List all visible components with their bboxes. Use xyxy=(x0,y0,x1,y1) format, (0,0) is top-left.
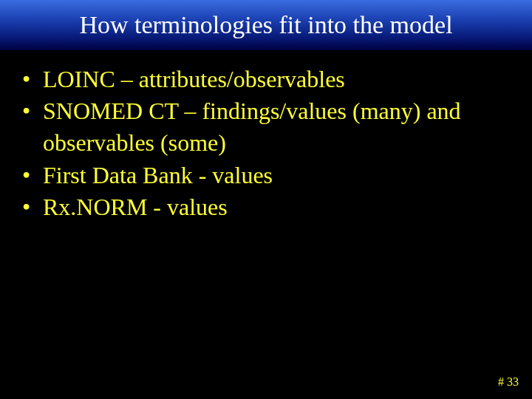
list-item: Rx.NORM - values xyxy=(22,191,510,223)
slide-body: LOINC – attributes/observables SNOMED CT… xyxy=(0,50,532,223)
slide-title: How terminologies fit into the model xyxy=(79,11,452,38)
list-item: LOINC – attributes/observables xyxy=(22,64,510,95)
bullet-text: First Data Bank - values xyxy=(43,162,273,188)
list-item: First Data Bank - values xyxy=(22,160,510,191)
bullet-text: LOINC – attributes/observables xyxy=(43,66,345,92)
slide-number: # 33 xyxy=(498,375,519,389)
title-bar: How terminologies fit into the model xyxy=(0,0,532,50)
bullet-text: SNOMED CT – findings/values (many) and o… xyxy=(43,98,461,156)
bullet-list: LOINC – attributes/observables SNOMED CT… xyxy=(22,64,510,223)
list-item: SNOMED CT – findings/values (many) and o… xyxy=(22,95,510,159)
slide: How terminologies fit into the model LOI… xyxy=(0,0,532,399)
bullet-text: Rx.NORM - values xyxy=(43,194,228,220)
